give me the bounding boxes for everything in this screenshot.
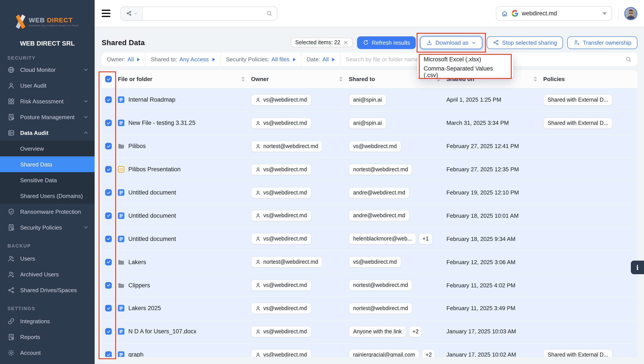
table-row[interactable]: Untitled document vs@webdirect.md andre@… bbox=[102, 181, 638, 204]
row-checkbox[interactable] bbox=[105, 166, 112, 172]
row-checkbox[interactable] bbox=[105, 282, 112, 288]
table-row[interactable]: Untitled document vs@webdirect.md helenb… bbox=[102, 228, 638, 251]
table-row[interactable]: Lakers nortest@webdirect.md vs@webdirect… bbox=[102, 250, 638, 274]
sidebar-item-archived-users[interactable]: Archived Users bbox=[0, 266, 95, 282]
table-row[interactable]: New File - testing 3.31.25 vs@webdirect.… bbox=[102, 112, 638, 135]
sort-icon[interactable] bbox=[534, 77, 537, 82]
row-checkbox[interactable] bbox=[105, 120, 112, 126]
row-checkbox[interactable] bbox=[105, 305, 112, 312]
owner-chip[interactable]: vs@webdirect.md bbox=[251, 303, 311, 314]
owner-chip[interactable]: vs@webdirect.md bbox=[251, 233, 311, 245]
policy-chip[interactable]: Shared with External D... bbox=[543, 349, 613, 357]
row-checkbox[interactable] bbox=[105, 328, 112, 335]
owner-chip[interactable]: vs@webdirect.md bbox=[251, 94, 311, 106]
sidebar-item-integrations[interactable]: Integrations bbox=[0, 313, 95, 329]
table-row[interactable]: Pilibos nortest@webdirect.md vs@webdirec… bbox=[102, 135, 638, 158]
sidebar-item-overview[interactable]: Overview bbox=[0, 140, 95, 156]
search-scope-dropdown[interactable] bbox=[121, 7, 143, 20]
clear-selection-icon[interactable]: ✕ bbox=[343, 40, 348, 45]
search-input[interactable] bbox=[143, 10, 266, 17]
filter-date[interactable]: Date:All bbox=[301, 52, 340, 66]
owner-chip[interactable]: vs@webdirect.md bbox=[251, 164, 311, 175]
table-row[interactable]: N D A for Users_107.docx vs@webdirect.md… bbox=[102, 320, 638, 344]
sidebar-item-shared-users-domains[interactable]: Shared Users (Domains) bbox=[0, 188, 95, 204]
sidebar-item-posture-management[interactable]: Posture Management bbox=[0, 109, 95, 125]
shared-on-date: February 18, 2025 10:01 AM bbox=[446, 212, 519, 219]
transfer-ownership-button[interactable]: Transfer ownership bbox=[567, 36, 638, 49]
shared-to-extra-chip[interactable]: +1 bbox=[419, 233, 432, 245]
column-header-policies: Policies bbox=[543, 76, 565, 82]
row-checkbox[interactable] bbox=[105, 143, 112, 149]
column-header-owner: Owner bbox=[251, 76, 269, 82]
sidebar-item-cloud-monitor[interactable]: Cloud Monitor bbox=[0, 62, 95, 78]
select-all-checkbox[interactable] bbox=[105, 76, 112, 82]
table-row[interactable]: Lakers 2025 vs@webdirect.md nortest@webd… bbox=[102, 297, 638, 320]
domain-selector[interactable]: webdirect.md bbox=[496, 6, 612, 20]
app-window: WEB DIRECT BUSINESS RELATIONSHIP BASED O… bbox=[0, 0, 644, 364]
shared-to-chip[interactable]: ani@spin.ai bbox=[349, 94, 386, 106]
sidebar-item-ransomware-protection[interactable]: Ransomware Protection bbox=[0, 204, 95, 220]
row-checkbox[interactable] bbox=[105, 189, 112, 196]
shared-to-chip[interactable]: vs@webdirect.md bbox=[349, 140, 401, 152]
search-icon[interactable] bbox=[625, 56, 632, 63]
shared-to-extra-chip[interactable]: +2 bbox=[409, 326, 422, 337]
user-avatar[interactable] bbox=[624, 7, 638, 20]
owner-chip[interactable]: nortest@webdirect.md bbox=[251, 140, 323, 152]
shared-to-extra-chip[interactable]: +2 bbox=[422, 349, 435, 357]
sort-icon[interactable] bbox=[242, 77, 245, 82]
filter-shared-to[interactable]: Shared to:Any Access bbox=[146, 52, 220, 66]
search-icon[interactable] bbox=[266, 10, 272, 17]
shared-to-chip[interactable]: vs@webdirect.md bbox=[349, 256, 401, 268]
stop-selected-sharing-button[interactable]: Stop selected sharing bbox=[487, 36, 563, 49]
shared-to-chip[interactable]: Anyone with the link bbox=[349, 326, 406, 337]
shared-to-chip[interactable]: nortest@webdirect.md bbox=[349, 164, 412, 175]
row-checkbox[interactable] bbox=[105, 96, 112, 103]
shared-to-chip[interactable]: andre@webdirect.md bbox=[349, 187, 410, 198]
menu-button[interactable] bbox=[102, 10, 110, 17]
sidebar-item-data-audit[interactable]: Data Audit bbox=[0, 125, 95, 140]
sidebar-item-user-audit[interactable]: User Audit bbox=[0, 78, 95, 93]
table-row[interactable]: graph vs@webdirect.md rainiergracial@gma… bbox=[102, 344, 638, 357]
filter-security-policies[interactable]: Security Policies:All files bbox=[220, 52, 301, 66]
user-icon bbox=[256, 352, 261, 357]
owner-chip[interactable]: vs@webdirect.md bbox=[251, 187, 311, 198]
sidebar-item-security-policies[interactable]: Security Policies bbox=[0, 220, 95, 235]
row-checkbox[interactable] bbox=[105, 259, 112, 265]
owner-chip[interactable]: nortest@webdirect.md bbox=[251, 256, 323, 268]
table-row[interactable]: Pilibos Presentation vs@webdirect.md nor… bbox=[102, 158, 638, 181]
table-row[interactable]: Untitled document vs@webdirect.md andre@… bbox=[102, 204, 638, 228]
filter-owner[interactable]: Owner:All bbox=[102, 52, 146, 66]
sidebar-item-shared-data[interactable]: Shared Data bbox=[0, 156, 95, 172]
download-menu-item-csv[interactable]: Comma-Separated Values (.csv) bbox=[418, 66, 514, 78]
info-button[interactable]: i bbox=[631, 261, 644, 274]
row-checkbox[interactable] bbox=[105, 212, 112, 219]
shared-to-chip[interactable]: rainiergracial@gmail.com bbox=[349, 349, 419, 357]
download-menu-item-xlsx[interactable]: Microsoft Excel (.xlsx) bbox=[418, 53, 514, 66]
table-row[interactable]: Internal Roadmap vs@webdirect.md ani@spi… bbox=[102, 88, 638, 112]
sidebar-item-sensitive-data[interactable]: Sensitive Data bbox=[0, 172, 95, 188]
sidebar-item-shared-drives-spaces[interactable]: Shared Drives/Spaces bbox=[0, 282, 95, 298]
row-checkbox[interactable] bbox=[105, 351, 112, 357]
sidebar-item-reports[interactable]: Reports bbox=[0, 329, 95, 345]
shared-to-chip[interactable]: nortest@webdirect.md bbox=[349, 303, 412, 314]
shared-to-chip[interactable]: helenblackmore@web... bbox=[349, 233, 416, 245]
sort-icon[interactable] bbox=[339, 77, 342, 82]
policy-chip[interactable]: Shared with External D... bbox=[543, 94, 613, 106]
policy-chip[interactable]: Shared with External D... bbox=[543, 118, 613, 129]
owner-chip[interactable]: vs@webdirect.md bbox=[251, 118, 311, 129]
sidebar-item-account[interactable]: Account bbox=[0, 345, 95, 360]
topbar-divider bbox=[618, 8, 618, 19]
sidebar-item-risk-assessment[interactable]: Risk Assessment bbox=[0, 93, 95, 109]
download-as-button[interactable]: Download as bbox=[420, 36, 482, 49]
shared-to-chip[interactable]: nortest@webdirect.md bbox=[349, 280, 412, 291]
shared-to-chip[interactable]: ani@spin.ai bbox=[349, 118, 386, 129]
refresh-results-button[interactable]: Refresh results bbox=[357, 36, 416, 49]
owner-chip[interactable]: vs@webdirect.md bbox=[251, 210, 311, 222]
owner-chip[interactable]: vs@webdirect.md bbox=[251, 326, 311, 337]
owner-chip[interactable]: vs@webdirect.md bbox=[251, 349, 311, 357]
table-row[interactable]: Clippers vs@webdirect.md nortest@webdire… bbox=[102, 274, 638, 297]
sidebar-item-users[interactable]: Users bbox=[0, 250, 95, 266]
owner-chip[interactable]: vs@webdirect.md bbox=[251, 280, 311, 291]
shared-to-chip[interactable]: andre@webdirect.md bbox=[349, 210, 410, 222]
row-checkbox[interactable] bbox=[105, 236, 112, 242]
